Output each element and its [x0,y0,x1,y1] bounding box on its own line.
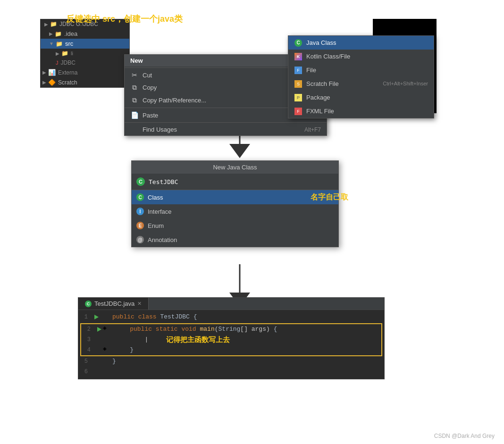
code-line-3: 3 | 记得把主函数写上去 [81,335,381,345]
submenu-item-fxml[interactable]: F FXML File [288,104,434,118]
fxml-icon: F [294,107,302,115]
code-line-6: 6 [78,367,384,377]
copy-icon: ⧉ [130,84,139,92]
tree-item-li[interactable]: ▶ 📁 li [41,49,129,58]
code-line-4: 4 ◈ } [81,345,381,355]
editor-tab-testjdbc[interactable]: C TestJDBC.java ✕ [78,298,149,310]
dialog-title: New Java Class [132,161,338,174]
dialog-list-item-enum[interactable]: E Enum [132,218,338,233]
highlighted-block: 2 ◈ public static void main(String[] arg… [80,323,382,356]
class-name-input[interactable] [149,178,334,185]
dialog-list-item-annotation[interactable]: @ Annotation [132,233,338,247]
editor-tab-bar: C TestJDBC.java ✕ [78,298,384,310]
dialog-annotation: 名字自己取 [311,193,348,202]
submenu-item-java-class[interactable]: C Java Class [288,36,434,50]
paste-icon: 📄 [130,111,139,119]
code-line-1: 1 public class TestJDBC { [78,312,384,322]
file-icon: F [294,66,302,74]
package-icon: P [294,93,302,101]
submenu-item-scratch[interactable]: S Scratch File Ctrl+Alt+Shift+Inser [288,77,434,91]
enum-type-icon: E [136,222,144,229]
java-class-icon: C [294,39,302,47]
kotlin-icon: K [294,52,302,60]
editor-annotation: 记得把主函数写上去 [166,335,230,344]
tree-item-externa[interactable]: ▶ 📊 Externa [41,67,129,77]
submenu-item-file[interactable]: F File [288,63,434,77]
svg-marker-1 [229,144,250,158]
submenu-item-kotlin[interactable]: K Kotlin Class/File [288,50,434,63]
editor-content: 1 public class TestJDBC { 2 ◈ public sta… [78,310,384,379]
tree-item-jdbc-file[interactable]: J JDBC [41,58,129,67]
menu-separator-3 [125,122,327,123]
code-editor: C TestJDBC.java ✕ 1 public class TestJDB… [78,297,385,379]
bookmark-icon-4: ◈ [103,345,110,352]
scratch-file-icon: S [294,80,302,88]
run-button-1[interactable] [92,312,100,322]
dialog-c-icon: C [136,177,145,186]
tree-item-src[interactable]: ▼ 📁 src [41,39,129,49]
top-annotation: 反键选中 src，创建一个java类 [66,13,183,25]
dialog-input-row[interactable]: C [132,174,338,190]
file-tree: ▶ 📁 JDBC G:\JDBC ▶ 📁 .idea ▼ 📁 src ▶ 📁 l… [40,19,130,88]
interface-type-icon: I [136,208,144,215]
submenu: C Java Class K Kotlin Class/File F File … [288,35,434,118]
tab-c-icon: C [85,301,92,307]
code-line-2: 2 ◈ public static void main(String[] arg… [81,324,381,335]
code-line-5: 5 } [78,356,384,367]
new-java-class-dialog: New Java Class C C Class I Interface E E… [131,160,339,247]
submenu-item-package[interactable]: P Package [288,91,434,104]
cut-icon: ✂ [130,71,139,79]
tab-close-icon[interactable]: ✕ [137,301,142,307]
run-button-2[interactable] [95,324,103,335]
dialog-list-item-class[interactable]: C Class [132,190,338,204]
csdn-watermark: CSDN @Dark And Grey [434,433,495,439]
menu-item-find-usages[interactable]: Find Usages Alt+F7 [125,124,327,135]
dialog-list-item-interface[interactable]: I Interface [132,204,338,218]
tree-item-scratch[interactable]: ▶ 🔶 Scratch [41,77,129,87]
tree-item-idea[interactable]: ▶ 📁 .idea [41,29,129,39]
class-type-icon: C [136,193,144,201]
copy-path-icon: ⧉ [130,96,139,104]
annotation-type-icon: @ [136,236,144,243]
